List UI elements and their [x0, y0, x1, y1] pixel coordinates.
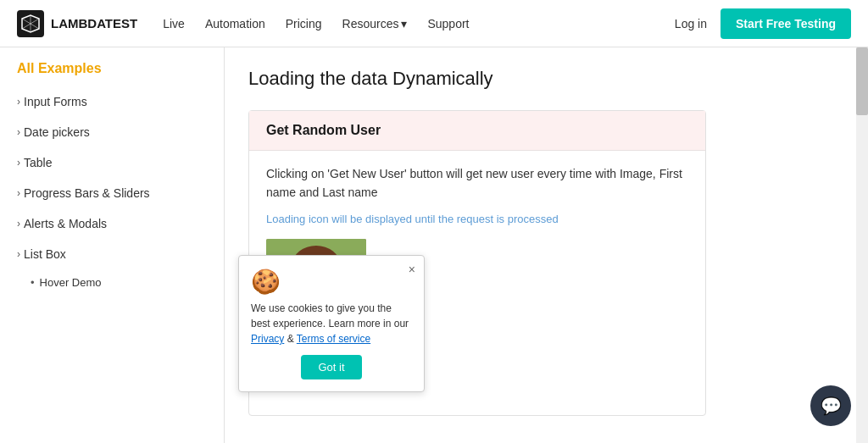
main-nav: Live Automation Pricing Resources ▾ Supp…: [163, 17, 675, 30]
cookie-accept-button[interactable]: Got it: [301, 355, 361, 379]
sidebar-section-title: All Examples: [0, 61, 224, 86]
header: LAMBDATEST Live Automation Pricing Resou…: [0, 0, 868, 47]
sidebar-item-progress-bars[interactable]: › Progress Bars & Sliders: [0, 178, 224, 208]
nav-automation[interactable]: Automation: [205, 17, 265, 30]
nav-actions: Log in Start Free Testing: [675, 8, 851, 39]
chevron-icon: ›: [17, 96, 20, 108]
nav-pricing[interactable]: Pricing: [286, 17, 322, 30]
sidebar-item-date-pickers[interactable]: › Date pickers: [0, 117, 224, 147]
sidebar-item-label: Input Forms: [24, 95, 87, 108]
chevron-icon: ›: [17, 187, 20, 199]
nav-resources[interactable]: Resources ▾: [342, 17, 408, 30]
card-header: Get Random User: [249, 111, 705, 151]
cookie-privacy-link[interactable]: Privacy: [251, 333, 284, 345]
chevron-down-icon: ▾: [401, 17, 407, 30]
sidebar-item-list-box[interactable]: › List Box: [0, 239, 224, 269]
cookie-banner: × 🍪 We use cookies to give you the best …: [238, 255, 425, 392]
logo[interactable]: LAMBDATEST: [17, 10, 137, 37]
chat-bubble-button[interactable]: 💬: [810, 385, 851, 426]
sidebar: All Examples › Input Forms › Date picker…: [0, 47, 225, 443]
start-free-testing-button[interactable]: Start Free Testing: [721, 8, 851, 39]
sidebar-item-label: List Box: [24, 247, 66, 261]
chevron-icon: ›: [17, 157, 20, 169]
cookie-terms-link[interactable]: Terms of service: [297, 333, 370, 345]
card-description: Clicking on 'Get New User' button will g…: [266, 164, 688, 202]
sidebar-sub-item-label: Hover Demo: [40, 276, 102, 289]
chevron-icon: ›: [17, 218, 20, 230]
sidebar-item-label: Date pickers: [24, 125, 90, 139]
sidebar-item-alerts-modals[interactable]: › Alerts & Modals: [0, 208, 224, 239]
nav-live[interactable]: Live: [163, 17, 185, 30]
sidebar-item-label: Progress Bars & Sliders: [24, 186, 150, 200]
bullet-icon: •: [31, 276, 35, 289]
sidebar-item-label: Table: [24, 156, 52, 169]
cookie-close-button[interactable]: ×: [409, 263, 415, 276]
logo-icon: [17, 10, 44, 37]
scrollbar-track[interactable]: [856, 47, 868, 443]
cookie-icon: 🍪: [251, 268, 412, 296]
cookie-text: We use cookies to give you the best expe…: [251, 301, 412, 346]
sidebar-item-table[interactable]: › Table: [0, 147, 224, 178]
sidebar-item-input-forms[interactable]: › Input Forms: [0, 86, 224, 117]
main-content: Loading the data Dynamically Get Random …: [225, 47, 868, 443]
chevron-icon: ›: [17, 248, 20, 260]
chat-icon: 💬: [821, 396, 842, 416]
sidebar-sub-item-hover-demo[interactable]: • Hover Demo: [0, 269, 224, 296]
chevron-icon: ›: [17, 126, 20, 138]
scrollbar-thumb[interactable]: [856, 47, 868, 115]
logo-text: LAMBDATEST: [51, 16, 137, 30]
layout: All Examples › Input Forms › Date picker…: [0, 47, 868, 443]
sidebar-item-label: Alerts & Modals: [24, 217, 107, 230]
card-note: Loading icon will be displayed until the…: [266, 213, 688, 225]
nav-login[interactable]: Log in: [675, 17, 707, 30]
page-title: Loading the data Dynamically: [248, 68, 844, 90]
nav-support[interactable]: Support: [427, 17, 469, 30]
